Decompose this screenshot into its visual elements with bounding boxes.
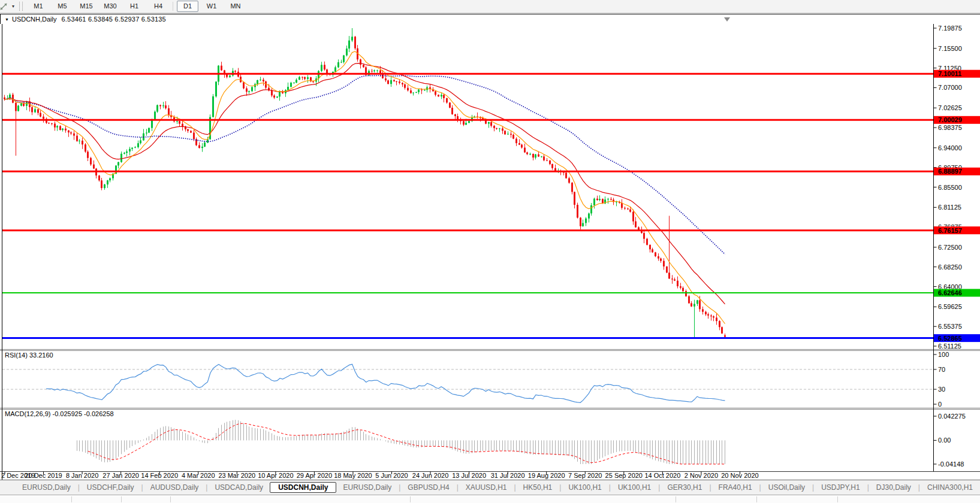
date-label: 19 Aug 2020 [528, 472, 565, 479]
price-tick-label: 7.19875 [938, 25, 962, 32]
chart-tab-gbpusd-h4[interactable]: GBPUSD,H4 [401, 483, 456, 492]
period-button-w1[interactable]: W1 [201, 1, 222, 12]
rsi-tick-label: 100 [938, 351, 949, 358]
period-button-h1[interactable]: H1 [123, 1, 145, 12]
statusbar-separator [837, 496, 838, 502]
macd-tick-label: 0.00 [938, 437, 951, 444]
chart-tabbar: EURUSD,Daily|USDCHF,Daily|AUDUSD,Daily|U… [0, 480, 980, 495]
period-button-m5[interactable]: M5 [52, 1, 73, 12]
date-label: 8 Jan 2020 [66, 472, 98, 479]
chart-tab-uk100-h1[interactable]: UK100,H1 [562, 483, 608, 492]
date-label: 4 Mar 2020 [182, 472, 215, 479]
chart-tab-uk100-h1[interactable]: UK100,H1 [611, 483, 658, 492]
period-button-m30[interactable]: M30 [99, 1, 121, 12]
price-axis[interactable]: 7.198757.155007.112507.070007.026256.983… [934, 25, 980, 468]
period-button-m1[interactable]: M1 [28, 1, 49, 12]
chart-canvas[interactable]: 7.198757.155007.112507.070007.026256.983… [0, 24, 980, 480]
period-button-d1[interactable]: D1 [177, 1, 198, 12]
macd-tick-label: -0.04148 [938, 460, 964, 468]
chart-tab-china300-h1[interactable]: CHINA300,H1 [921, 483, 979, 492]
rsi-tick-label: 30 [938, 386, 945, 393]
price-tick-label: 7.15500 [938, 45, 962, 52]
price-tick-label: 6.72500 [938, 244, 962, 251]
horizontal-levels [2, 74, 934, 338]
price-level-badge-label: 6.76157 [938, 227, 962, 234]
statusbar-separator [756, 496, 757, 502]
chart-tabs: EURUSD,Daily|USDCHF,Daily|AUDUSD,Daily|U… [16, 482, 980, 493]
rsi-tick-label: 0 [938, 401, 942, 408]
status-bar [0, 495, 980, 503]
date-label: 18 May 2020 [334, 472, 372, 479]
date-axis[interactable]: 2 Dec 201920 Dec 20198 Jan 202027 Jan 20… [1, 472, 759, 480]
pane-borders [0, 24, 980, 480]
statusbar-separator [170, 496, 171, 502]
price-tick-label: 6.68250 [938, 263, 962, 271]
toolbar-grip-handle[interactable] [19, 2, 23, 11]
toolbar-separator [173, 2, 173, 11]
rsi-tick-label: 70 [938, 366, 945, 373]
statusbar-separator [71, 496, 72, 502]
price-tick-label: 6.55375 [938, 323, 962, 330]
price-level-badge-label: 7.10011 [938, 70, 961, 77]
date-label: 5 Jun 2020 [375, 472, 408, 479]
statusbar-separator [410, 496, 411, 502]
chart-cursor-icon[interactable] [0, 2, 10, 11]
price-level-badge-label: 6.62646 [938, 289, 962, 296]
macd-signal-line [88, 423, 725, 464]
chart-tab-eurusd-daily[interactable]: EURUSD,Daily [16, 483, 77, 492]
date-label: 13 Jul 2020 [452, 472, 486, 479]
date-label: 29 Apr 2020 [297, 472, 332, 479]
timeframe-toolbar: ▾ M1M5M15M30H1H4D1W1MN [0, 0, 980, 13]
date-label: 27 Jan 2020 [102, 472, 139, 479]
price-tick-label: 6.51125 [938, 343, 961, 350]
collapse-indicator-icon[interactable]: ▼ [5, 17, 9, 22]
date-label: 25 Sep 2020 [605, 472, 643, 479]
date-label: 24 Jun 2020 [412, 472, 449, 479]
price-level-badge-label: 6.52865 [938, 335, 962, 342]
date-label: 20 Nov 2020 [721, 472, 758, 479]
date-label: 7 Sep 2020 [568, 472, 602, 479]
price-tick-label: 6.85500 [938, 184, 962, 191]
toolbar-dropdown-icon[interactable]: ▾ [10, 4, 17, 9]
price-level-badge-label: 7.00029 [938, 116, 962, 123]
chart-tab-eurusd-daily[interactable]: EURUSD,Daily [336, 483, 398, 492]
chart-tab-xauusd-h1[interactable]: XAUUSD,H1 [459, 483, 514, 492]
price-tick-label: 7.02625 [938, 104, 962, 111]
moving-average-55-line [5, 75, 725, 254]
price-tick-label: 6.81125 [938, 204, 961, 211]
chart-tab-usdjpy-h1[interactable]: USDJPY,H1 [815, 483, 866, 492]
chart-tab-fra40-h1[interactable]: FRA40,H1 [712, 483, 759, 492]
chart-titlebar: ▼ USDCNH,Daily 6.53461 6.53845 6.52937 6… [0, 14, 980, 24]
rsi-pane[interactable] [2, 364, 934, 402]
rsi-label: RSI(14) 33.2160 [5, 352, 53, 359]
statusbar-separator [676, 496, 676, 502]
chart-ohlc-readout: 6.53461 6.53845 6.52937 6.53135 [62, 16, 166, 23]
date-label: 31 Jul 2020 [491, 472, 525, 479]
period-button-h4[interactable]: H4 [147, 1, 169, 12]
statusbar-separator [121, 496, 122, 502]
moving-average-8-line [5, 51, 725, 324]
date-label: 20 Dec 2019 [25, 472, 62, 479]
period-button-m15[interactable]: M15 [76, 1, 97, 12]
chart-tab-hk50-h1[interactable]: HK50,H1 [517, 483, 559, 492]
chart-symbol-period: USDCNH,Daily [12, 16, 57, 23]
macd-label: MACD(12,26,9) -0.025925 -0.026258 [5, 410, 114, 417]
macd-pane[interactable] [77, 420, 725, 464]
date-label: 14 Feb 2020 [141, 472, 178, 479]
period-button-mn[interactable]: MN [225, 1, 246, 12]
chart-shift-marker[interactable] [724, 17, 730, 22]
chart-tab-usdcad-daily[interactable]: USDCAD,Daily [208, 483, 270, 492]
chart-tab-usdchf-daily[interactable]: USDCHF,Daily [80, 483, 141, 492]
chart-tab-usdcnh-daily[interactable]: USDCNH,Daily [270, 482, 336, 493]
date-label: 14 Oct 2020 [644, 472, 680, 479]
chart-tab-ger30-h1[interactable]: GER30,H1 [661, 483, 708, 492]
price-tick-label: 6.59625 [938, 303, 962, 310]
chart-tab-usoil-daily[interactable]: USOil,Daily [762, 483, 812, 492]
macd-tick-label: 0.042275 [938, 413, 966, 420]
indicator-labels: RSI(14) 33.2160MACD(12,26,9) -0.025925 -… [5, 352, 114, 417]
chart-tab-audusd-daily[interactable]: AUDUSD,Daily [144, 483, 206, 492]
price-tick-label: 6.94000 [938, 144, 962, 151]
chart-tab-dj30-daily[interactable]: DJ30,Daily [870, 483, 918, 492]
date-label: 2 Nov 2020 [685, 472, 718, 479]
date-label: 23 Mar 2020 [218, 472, 255, 479]
